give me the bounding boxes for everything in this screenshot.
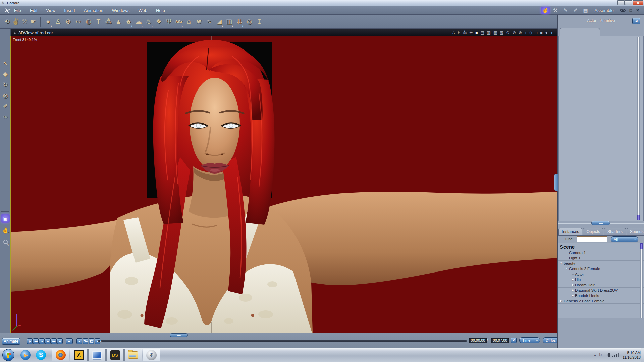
model-room-button[interactable]: ⚒ <box>551 7 560 14</box>
viewport-3d[interactable]: Front 3149.1% <box>11 36 557 333</box>
tree-expander-icon[interactable]: ▼ <box>565 267 569 270</box>
show-desktop-button[interactable] <box>641 348 644 362</box>
clear-time-button[interactable]: ✕ <box>511 338 517 343</box>
layout-single-icon[interactable]: ■ <box>475 29 478 36</box>
scale-tool[interactable]: ◎ <box>1 91 10 100</box>
end-time-field[interactable]: 00:07:00 <box>491 338 509 343</box>
tree-row-camera-1[interactable]: Camera 1 <box>558 250 644 255</box>
menu-insert[interactable]: Insert <box>64 8 75 13</box>
timeline-scrubber-track[interactable] <box>98 340 467 342</box>
gouraud-mode-icon[interactable]: ● <box>545 29 548 36</box>
current-time-field[interactable]: 00:00:00 <box>469 338 487 343</box>
rock-tool[interactable]: ❖ ▸ <box>154 16 163 27</box>
textured-mode-icon[interactable]: ◑ <box>550 29 553 36</box>
network-icon[interactable] <box>612 353 619 357</box>
tree-expander-icon[interactable]: ▶ <box>571 278 575 281</box>
find-filter-dropdown[interactable]: All» <box>611 236 638 242</box>
wireframe-globe-tool[interactable]: ⊕ ▸ <box>64 16 73 27</box>
move-tool[interactable]: ◆ <box>1 70 10 78</box>
taskbar-carrara[interactable]: ❋ <box>143 349 160 361</box>
rotate-tool[interactable]: ↻ <box>1 80 10 89</box>
stop-button[interactable]: ■ <box>39 338 45 344</box>
restore-button[interactable] <box>625 0 632 5</box>
fast-forward-button[interactable]: ▶▶ <box>51 338 57 344</box>
minimize-button[interactable] <box>617 0 625 5</box>
tree-row-beauty[interactable]: ▼ beauty <box>558 261 644 266</box>
tree-row-diagonal-skirt[interactable]: ▶ Diagonal Skirt Dress2UV <box>558 288 644 293</box>
close-view-button[interactable]: ✕ <box>636 8 639 13</box>
panel-splitter-handle[interactable] <box>591 221 610 225</box>
web-icon[interactable]: ✳ <box>469 29 473 36</box>
layout-columns-icon[interactable]: ▥ <box>487 29 491 36</box>
ocean-tool[interactable]: ≋ ▸ <box>195 16 204 27</box>
tray-expand-icon[interactable]: ▴ <box>594 353 596 357</box>
tree-expander-icon[interactable]: ▶ <box>571 283 575 286</box>
camera-preset-2-icon[interactable]: ⊚ <box>513 29 516 36</box>
tab-sounds[interactable]: Sounds <box>627 228 644 235</box>
tree-expander-icon[interactable]: ▶ <box>559 299 564 302</box>
sphere-primitive-tool[interactable]: ● ▸ <box>44 16 53 27</box>
dropper-tool[interactable]: ✐ <box>1 102 10 111</box>
tree-scrollbar-track[interactable] <box>640 243 643 318</box>
camera-object-tool[interactable]: ◫ ▸ <box>225 16 234 27</box>
find-input[interactable] <box>577 236 607 242</box>
visibility-eye-icon[interactable] <box>620 9 626 12</box>
assemble-room-button[interactable]: ✌ <box>541 7 550 14</box>
maximize-view-button[interactable]: □ <box>630 8 632 13</box>
scene-tree-root[interactable]: Scene <box>558 243 644 250</box>
bend-tool[interactable]: ⟲ <box>3 17 11 27</box>
delete-keyframe-button[interactable] <box>89 338 94 344</box>
sequencer-room-button[interactable]: ▦ <box>581 7 590 14</box>
menu-animation[interactable]: Animation <box>84 8 103 13</box>
wrench-tool[interactable]: ⚒ <box>20 17 29 27</box>
menu-windows[interactable]: Windows <box>112 8 130 13</box>
text-object-tool[interactable]: T ▸ <box>94 16 103 27</box>
menu-web[interactable]: Web <box>138 8 147 13</box>
last-frame-button[interactable]: ▶| <box>57 338 63 344</box>
taskbar-zbrush[interactable]: Z <box>70 349 88 361</box>
hierarchy-icon[interactable]: ⊦ <box>458 29 460 36</box>
taskbar-skype[interactable]: S <box>34 349 48 361</box>
taskbar-daz-studio[interactable]: DS <box>106 349 124 361</box>
volume-icon[interactable] <box>605 353 610 357</box>
tab-objects[interactable]: Objects <box>583 228 603 235</box>
taskbar-firefox[interactable] <box>52 349 69 361</box>
horizontal-scroll-thumb[interactable] <box>170 333 188 337</box>
menu-view[interactable]: View <box>46 8 55 13</box>
tab-shaders[interactable]: Shaders <box>604 228 626 235</box>
zoom-tool[interactable]: ▸ <box>1 237 10 246</box>
tree-expander-icon[interactable]: ▶ <box>571 294 575 297</box>
taskbar-explorer[interactable] <box>124 349 142 361</box>
panel-collapse-handle[interactable] <box>554 174 558 191</box>
taskbar-remote-desktop[interactable] <box>88 349 106 361</box>
camera-tool[interactable]: ▣ <box>1 214 10 223</box>
particle-object-tool[interactable]: ⁂ ▸ <box>104 16 113 27</box>
tree-row-dream-hair[interactable]: ▶ Dream Hair <box>558 282 644 288</box>
tree-row-light-1[interactable]: Light 1 <box>558 255 644 261</box>
menu-help[interactable]: Help <box>156 8 165 13</box>
texture-room-button[interactable]: ✐ <box>571 7 580 14</box>
add-keyframe-button[interactable] <box>83 338 88 344</box>
clock[interactable]: 5:10 AM 11/16/2018 <box>623 350 641 360</box>
pan-tool[interactable]: ✌▸ <box>1 226 10 235</box>
title-bar[interactable]: ❋ Carrara ✕ <box>0 0 644 6</box>
push-tool[interactable]: ☛ <box>29 17 38 27</box>
metaball-tool[interactable]: ∾ ▸ <box>74 16 83 27</box>
menu-edit[interactable]: Edit <box>30 8 37 13</box>
view-tab-radio-icon[interactable] <box>14 32 16 34</box>
animate-button[interactable]: Animate <box>2 338 20 345</box>
flat-shade-mode-icon[interactable]: ■ <box>540 29 542 36</box>
building-tool[interactable]: ⌂ ▸ <box>184 16 194 27</box>
plant-tool[interactable]: ♣ ▸ <box>124 16 133 27</box>
play-button[interactable]: ▶ <box>45 338 51 344</box>
cloud-tool[interactable]: ☁ ▸ <box>134 16 143 27</box>
panel-back-button[interactable]: ◀ <box>632 18 640 24</box>
pan-hand-tool[interactable]: ✌ <box>11 17 20 27</box>
tree-expander-icon[interactable]: ▼ <box>559 262 564 265</box>
group-icon[interactable]: ⁂ <box>463 29 467 36</box>
layout-corner-icon[interactable]: ▧ <box>500 29 503 36</box>
menu-file[interactable]: File <box>14 8 21 13</box>
panel-folder-tab[interactable] <box>560 28 600 36</box>
layout-rows-icon[interactable]: ▤ <box>480 29 484 36</box>
bone-tool[interactable]: ⌶ ▸ <box>255 16 264 27</box>
